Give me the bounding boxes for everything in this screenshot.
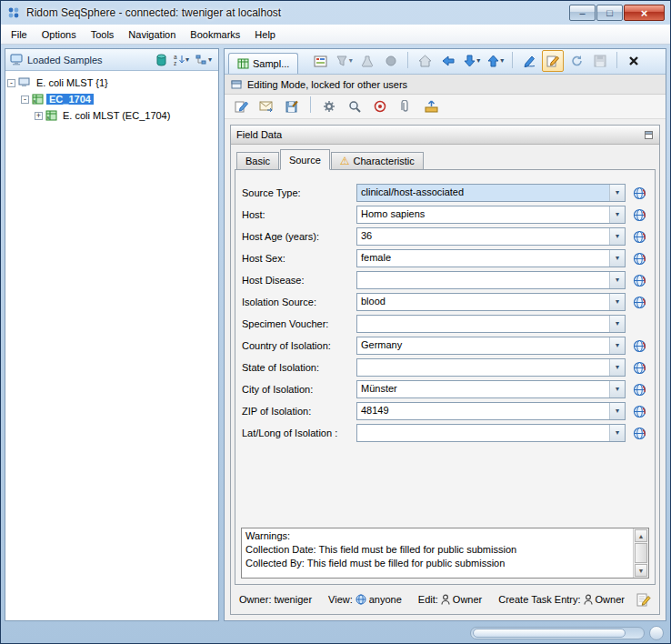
collapse-toggle-icon[interactable]: - [21, 96, 29, 104]
ontology-lookup-button[interactable] [630, 274, 648, 287]
send-mail-button[interactable] [255, 96, 277, 116]
host-age-combobox[interactable]: 36 ▾ [356, 227, 626, 246]
tab-source[interactable]: Source [280, 149, 330, 170]
lat-long-combobox[interactable]: ▾ [356, 424, 626, 442]
ontology-lookup-button[interactable] [630, 208, 648, 222]
combobox-dropdown-button[interactable]: ▾ [609, 250, 625, 267]
host-disease-combobox[interactable]: ▾ [356, 271, 626, 289]
tree-label-sample-selected[interactable]: EC_1704 [46, 94, 94, 105]
scroll-down-button[interactable]: ▼ [635, 564, 647, 577]
export-button[interactable] [420, 96, 442, 116]
maximize-button[interactable]: □ [596, 5, 623, 21]
tree-label-task-entry[interactable]: E. coli MLST (EC_1704) [60, 110, 173, 121]
resize-grip[interactable] [649, 626, 664, 640]
back-button[interactable] [437, 50, 459, 72]
horizontal-scrollbar-thumb[interactable] [473, 629, 626, 638]
menu-options[interactable]: Options [35, 26, 84, 43]
navigate-down-button[interactable]: ▾ [461, 50, 483, 72]
sample-icon: s [32, 94, 44, 105]
combobox-dropdown-button[interactable]: ▾ [609, 381, 625, 397]
save-fields-button[interactable] [281, 96, 303, 116]
combobox-dropdown-button[interactable]: ▾ [609, 316, 625, 332]
isolation-source-combobox[interactable]: blood ▾ [356, 293, 626, 311]
state-combobox[interactable]: ▾ [356, 358, 626, 377]
title-bar[interactable]: Ridom SeqSphere - connected: tweniger at… [1, 1, 670, 25]
ontology-lookup-button[interactable] [630, 296, 648, 309]
sort-button[interactable]: az ▾ [172, 53, 191, 67]
home-button[interactable] [414, 50, 436, 72]
ontology-lookup-button[interactable] [630, 405, 648, 418]
close-button[interactable]: × [624, 5, 665, 21]
minimize-button[interactable]: – [569, 5, 596, 21]
warnings-scrollbar[interactable]: ▲ ▼ [633, 528, 648, 578]
database-button[interactable] [154, 53, 169, 67]
tab-sample[interactable]: Sampl... [228, 53, 298, 74]
edit-mode-toggle[interactable] [542, 50, 564, 72]
record-button[interactable] [380, 50, 402, 72]
report-button[interactable] [309, 50, 331, 72]
ontology-lookup-button[interactable] [630, 361, 648, 375]
combobox-dropdown-button[interactable]: ▾ [609, 403, 625, 419]
menu-bookmarks[interactable]: Bookmarks [183, 26, 247, 43]
host-sex-combobox[interactable]: female ▾ [356, 249, 626, 267]
tree-row-sample[interactable]: - s EC_1704 [21, 91, 216, 107]
collapse-toggle-icon[interactable]: - [7, 79, 15, 87]
combobox-dropdown-button[interactable]: ▾ [609, 425, 625, 441]
source-type-combobox[interactable]: clinical/host-associated ▾ [356, 184, 626, 202]
menu-help[interactable]: Help [247, 26, 283, 43]
combobox-dropdown-button[interactable]: ▾ [609, 294, 625, 310]
edit-fields-button[interactable] [230, 96, 252, 116]
scrollbar-thumb[interactable] [635, 543, 647, 563]
window-controls: – □ × [568, 5, 665, 21]
expand-toggle-icon[interactable]: + [35, 112, 43, 120]
combobox-dropdown-button[interactable]: ▾ [609, 206, 625, 223]
ontology-lookup-button[interactable] [630, 383, 648, 397]
task-label: Create Task Entry: [498, 594, 580, 605]
attachment-button[interactable] [395, 96, 416, 116]
ontology-lookup-button[interactable] [630, 339, 648, 353]
combobox-dropdown-button[interactable]: ▾ [609, 228, 625, 245]
svg-text:s: s [34, 98, 36, 104]
combobox-dropdown-button[interactable]: ▾ [609, 185, 625, 201]
sign-button[interactable] [518, 50, 540, 72]
view-mode-button[interactable]: ▾ [194, 53, 214, 66]
tree-row-task-entry[interactable]: + s E. coli MLST (EC_1704) [35, 107, 216, 124]
editing-mode-icon [231, 79, 242, 90]
tree-row-project[interactable]: - E. coli MLST {1} [7, 75, 216, 91]
combobox-dropdown-button[interactable]: ▾ [609, 337, 625, 354]
horizontal-scrollbar[interactable] [470, 627, 645, 639]
menu-file[interactable]: File [4, 26, 35, 43]
chevron-down-icon: ▾ [616, 233, 619, 240]
tree-label-project[interactable]: E. coli MLST {1} [34, 77, 111, 88]
bottom-strip [1, 623, 670, 643]
tools-gear-button[interactable] [318, 96, 340, 116]
analysis-button[interactable] [356, 50, 378, 72]
ontology-lookup-button[interactable] [630, 186, 648, 200]
scroll-up-button[interactable]: ▲ [635, 529, 647, 542]
filter-button[interactable]: ▾ [333, 50, 355, 72]
field-label: City of Isolation: [242, 384, 352, 395]
undock-panel-icon[interactable] [644, 130, 654, 140]
country-combobox[interactable]: Germany ▾ [356, 337, 626, 355]
task-value: Owner [596, 594, 625, 605]
specimen-voucher-combobox[interactable]: ▾ [356, 315, 626, 333]
city-combobox[interactable]: Münster ▾ [356, 380, 626, 398]
combobox-dropdown-button[interactable]: ▾ [609, 359, 625, 376]
host-combobox[interactable]: Homo sapiens ▾ [356, 206, 626, 224]
navigate-up-button[interactable]: ▾ [485, 50, 506, 72]
target-button[interactable] [369, 96, 391, 116]
zip-combobox[interactable]: 48149 ▾ [356, 402, 626, 420]
ontology-lookup-button[interactable] [630, 427, 648, 440]
close-sample-button[interactable] [623, 50, 645, 72]
ontology-lookup-button[interactable] [630, 230, 648, 244]
search-button[interactable] [344, 96, 366, 116]
refresh-button[interactable] [566, 50, 587, 72]
menu-tools[interactable]: Tools [84, 26, 122, 43]
combobox-dropdown-button[interactable]: ▾ [609, 272, 625, 288]
menu-navigation[interactable]: Navigation [121, 26, 183, 43]
edit-permissions-button[interactable] [636, 593, 651, 607]
tab-characteristic[interactable]: ⚠ Characteristic [331, 152, 424, 170]
ontology-lookup-button[interactable] [630, 252, 648, 266]
save-button[interactable] [589, 50, 611, 72]
tab-basic[interactable]: Basic [236, 152, 279, 170]
